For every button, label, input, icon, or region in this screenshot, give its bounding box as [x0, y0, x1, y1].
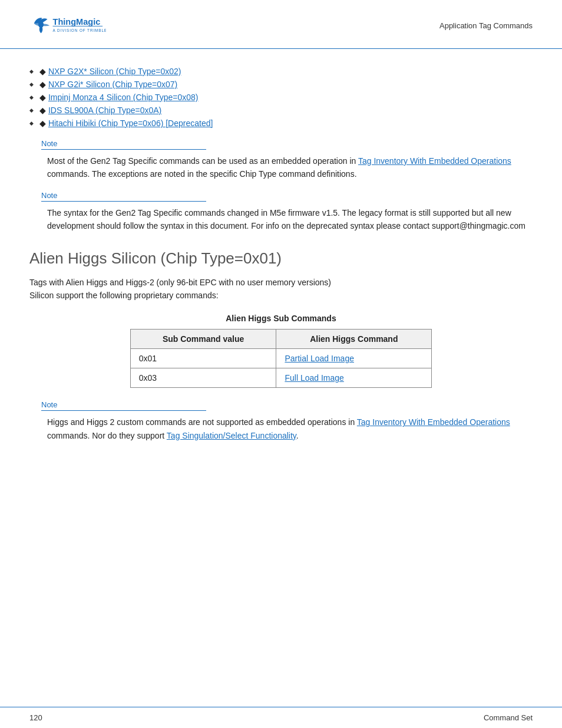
page-footer: 120 Command Set [0, 707, 562, 728]
page-header: ThingMagic A DIVISION OF TRIMBLE Applica… [0, 0, 562, 49]
alien-higgs-table: Sub Command value Alien Higgs Command 0x… [130, 329, 432, 388]
tag-inventory-link-2[interactable]: Tag Inventory With Embedded Operations [357, 417, 510, 427]
page-container: ThingMagic A DIVISION OF TRIMBLE Applica… [0, 0, 562, 728]
impinj-monza-link[interactable]: Impinj Monza 4 Silicon (Chip Type=0x08) [48, 93, 199, 102]
chip-type-list: ◆ NXP G2X* Silicon (Chip Type=0x02) ◆ NX… [29, 67, 533, 128]
full-load-link[interactable]: Full Load Image [285, 373, 343, 383]
footer-right-text: Command Set [484, 713, 533, 722]
tag-inventory-link-1[interactable]: Tag Inventory With Embedded Operations [358, 156, 511, 166]
note-label-1: Note [41, 139, 206, 150]
bullet-diamond: ◆ [39, 93, 48, 102]
tag-singulation-link[interactable]: Tag Singulation/Select Functionality [167, 431, 296, 440]
cell-full-load: Full Load Image [276, 368, 432, 388]
ids-sl900a-link[interactable]: IDS SL900A (Chip Type=0x0A) [48, 106, 161, 115]
partial-load-link[interactable]: Partial Load Image [285, 354, 354, 363]
table-section: Alien Higgs Sub Commands Sub Command val… [130, 314, 432, 388]
svg-text:ThingMagic: ThingMagic [53, 17, 101, 27]
note-text-1: Most of the Gen2 Tag Specific commands c… [41, 154, 533, 181]
hitachi-link[interactable]: Hitachi Hibiki (Chip Type=0x06) [Depreca… [48, 118, 213, 128]
list-item: ◆ IDS SL900A (Chip Type=0x0A) [29, 106, 533, 115]
nxp-g2i-link[interactable]: NXP G2i* Silicon (Chip Type=0x07) [48, 80, 177, 89]
section-heading: Alien Higgs Silicon (Chip Type=0x01) [29, 249, 533, 268]
list-item: ◆ NXP G2X* Silicon (Chip Type=0x02) [29, 67, 533, 76]
list-item: ◆ Impinj Monza 4 Silicon (Chip Type=0x08… [29, 93, 533, 102]
bullet-diamond: ◆ [39, 80, 48, 89]
nxp-g2x-link[interactable]: NXP G2X* Silicon (Chip Type=0x02) [48, 67, 181, 76]
note-text-2: The syntax for the Gen2 Tag Specific com… [41, 206, 533, 233]
thingmagic-logo: ThingMagic A DIVISION OF TRIMBLE [29, 11, 106, 40]
note-label-bottom: Note [41, 400, 206, 411]
page-number: 120 [29, 713, 42, 722]
note-label-2: Note [41, 191, 206, 202]
table-title: Alien Higgs Sub Commands [130, 314, 432, 323]
cell-0x01: 0x01 [130, 349, 276, 368]
bullet-diamond: ◆ [39, 67, 48, 76]
list-item: ◆ Hitachi Hibiki (Chip Type=0x06) [Depre… [29, 118, 533, 128]
table-header-row: Sub Command value Alien Higgs Command [130, 330, 431, 349]
header-section-title: Application Tag Commands [439, 21, 533, 30]
main-content: ◆ NXP G2X* Silicon (Chip Type=0x02) ◆ NX… [0, 49, 562, 469]
cell-0x03: 0x03 [130, 368, 276, 388]
note-text-bottom: Higgs and Higgs 2 custom commands are no… [41, 416, 533, 442]
bullet-diamond: ◆ [39, 106, 48, 115]
svg-text:A DIVISION OF TRIMBLE: A DIVISION OF TRIMBLE [53, 28, 106, 32]
note-box-1: Note Most of the Gen2 Tag Specific comma… [29, 139, 533, 181]
list-item: ◆ NXP G2i* Silicon (Chip Type=0x07) [29, 80, 533, 89]
note-box-bottom: Note Higgs and Higgs 2 custom commands a… [29, 400, 533, 442]
table-row: 0x01 Partial Load Image [130, 349, 431, 368]
col-header-alien-higgs: Alien Higgs Command [276, 330, 432, 349]
note-box-2: Note The syntax for the Gen2 Tag Specifi… [29, 190, 533, 233]
col-header-sub-command: Sub Command value [130, 330, 276, 349]
logo-area: ThingMagic A DIVISION OF TRIMBLE [29, 11, 106, 40]
section-intro: Tags with Alien Higgs and Higgs-2 (only … [29, 276, 533, 302]
table-row: 0x03 Full Load Image [130, 368, 431, 388]
cell-partial-load: Partial Load Image [276, 349, 432, 368]
bullet-diamond: ◆ [39, 118, 48, 128]
